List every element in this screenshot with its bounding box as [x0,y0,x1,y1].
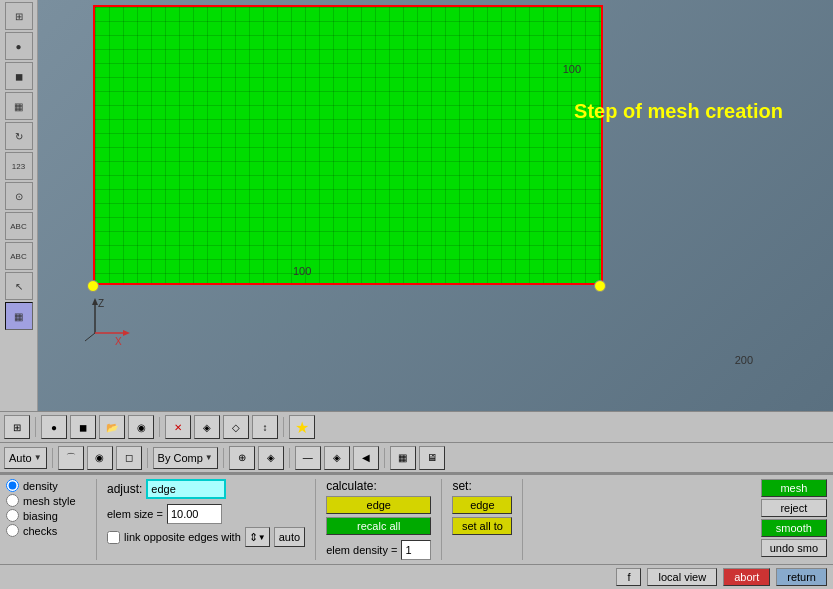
copy-btn[interactable]: ◈ [194,415,220,439]
view-active-icon[interactable]: ▦ [5,302,33,330]
t2-btn2[interactable]: ◉ [87,446,113,470]
abc2-icon[interactable]: ABC [5,242,33,270]
toolbar1: ⊞ ● ◼ 📂 ◉ ✕ ◈ ◇ ↕ ★ [0,411,833,443]
t2-btn10[interactable]: 🖥 [419,446,445,470]
auto-button[interactable]: auto [274,527,305,547]
corner-dot-br [594,280,606,292]
delete-btn[interactable]: ✕ [165,415,191,439]
auto-label: Auto [9,452,32,464]
number-icon[interactable]: 123 [5,152,33,180]
svg-marker-4 [123,330,130,336]
elem-size-label: elem size = [107,508,163,520]
layers-btn[interactable]: ⊞ [4,415,30,439]
calculate-label: calculate: [326,479,377,493]
arrow-btn[interactable]: ↕ [252,415,278,439]
axis-indicator: Z X [80,293,135,351]
mesh-btn[interactable]: mesh [761,479,827,497]
calc-edge-btn[interactable]: edge [326,496,431,514]
radio-group: density mesh style biasing checks [6,479,86,537]
svg-text:X: X [115,336,122,347]
import-btn[interactable]: ◉ [128,415,154,439]
t2-btn1[interactable]: ⌒ [58,446,84,470]
div3 [441,479,442,560]
f-button[interactable]: f [616,568,641,586]
t2-btn9[interactable]: ▦ [390,446,416,470]
link-row: link opposite edges with ⇕▼ auto [107,527,305,547]
local-view-button[interactable]: local view [647,568,717,586]
viewport: 100 100 200 Step of mesh creation Z X [38,0,833,411]
mesh-grid [93,5,603,285]
layers-icon[interactable]: ⊞ [5,2,33,30]
link-combo[interactable]: ⇕▼ [245,527,270,547]
div1 [96,479,97,560]
sep1 [35,417,36,437]
bycomp-dropdown[interactable]: By Comp ▼ [153,447,218,469]
set-section: set: edge set all to [452,479,512,535]
radio-biasing[interactable]: biasing [6,509,86,522]
calculate-section: calculate: edge recalc all elem density … [326,479,431,560]
undo-smooth-btn[interactable]: undo smo [761,539,827,557]
return-button[interactable]: return [776,568,827,586]
set-edge-btn[interactable]: edge [452,496,512,514]
panel-main-row: density mesh style biasing checks adjust… [6,479,827,560]
toolbar2: Auto ▼ ⌒ ◉ ◻ By Comp ▼ ⊕ ◈ — ◈ ◀ ▦ 🖥 [0,443,833,473]
bottom-panel: density mesh style biasing checks adjust… [0,473,833,564]
paste-btn[interactable]: ◇ [223,415,249,439]
t2-btn7[interactable]: ◈ [324,446,350,470]
footer: f local view abort return [0,564,833,589]
rotate-icon[interactable]: ↻ [5,122,33,150]
pointer-icon[interactable]: ↖ [5,272,33,300]
scale-bottom-label: 100 [293,265,311,277]
div2 [315,479,316,560]
sep2 [159,417,160,437]
link-label: link opposite edges with [124,531,241,543]
div4 [522,479,523,560]
adjust-row: adjust: [107,479,305,499]
elem-density-row: elem density = [326,540,431,560]
right-actions: mesh reject smooth undo smo [761,479,827,557]
star-btn[interactable]: ★ [289,415,315,439]
elem-density-input[interactable] [401,540,431,560]
sep4 [52,448,53,468]
set-all-btn[interactable]: set all to [452,517,512,535]
auto-arrow: ▼ [34,453,42,462]
calc-label-row: calculate: [326,479,431,493]
radio-density[interactable]: density [6,479,86,492]
sphere-btn[interactable]: ● [41,415,67,439]
dim-icon[interactable]: ⊙ [5,182,33,210]
cube-btn[interactable]: ◼ [70,415,96,439]
open-btn[interactable]: 📂 [99,415,125,439]
sep5 [147,448,148,468]
bycomp-arrow: ▼ [205,453,213,462]
sphere-icon[interactable]: ● [5,32,33,60]
corner-dot-bl [87,280,99,292]
t2-btn6[interactable]: — [295,446,321,470]
elem-size-input[interactable] [167,504,222,524]
sep3 [283,417,284,437]
cube-icon[interactable]: ◼ [5,62,33,90]
calc-recalc-btn[interactable]: recalc all [326,517,431,535]
sidebar: ⊞ ● ◼ ▦ ↻ 123 ⊙ ABC ABC ↖ ▦ [0,0,38,411]
svg-line-5 [85,333,95,341]
abort-button[interactable]: abort [723,568,770,586]
sep7 [289,448,290,468]
adjust-label: adjust: [107,482,142,496]
auto-dropdown[interactable]: Auto ▼ [4,447,47,469]
t2-btn3[interactable]: ◻ [116,446,142,470]
adjust-calc-section: adjust: elem size = link opposite edges … [107,479,305,547]
bycomp-label: By Comp [158,452,203,464]
elem-size-row: elem size = [107,504,305,524]
scale-right-label: 100 [563,63,581,75]
grid-icon[interactable]: ▦ [5,92,33,120]
radio-checks[interactable]: checks [6,524,86,537]
reject-btn[interactable]: reject [761,499,827,517]
t2-btn8[interactable]: ◀ [353,446,379,470]
t2-btn4[interactable]: ⊕ [229,446,255,470]
edge-input[interactable] [146,479,226,499]
svg-text:Z: Z [98,298,104,309]
radio-mesh-style[interactable]: mesh style [6,494,86,507]
smooth-btn[interactable]: smooth [761,519,827,537]
t2-btn5[interactable]: ◈ [258,446,284,470]
link-checkbox[interactable] [107,531,120,544]
abc-icon[interactable]: ABC [5,212,33,240]
